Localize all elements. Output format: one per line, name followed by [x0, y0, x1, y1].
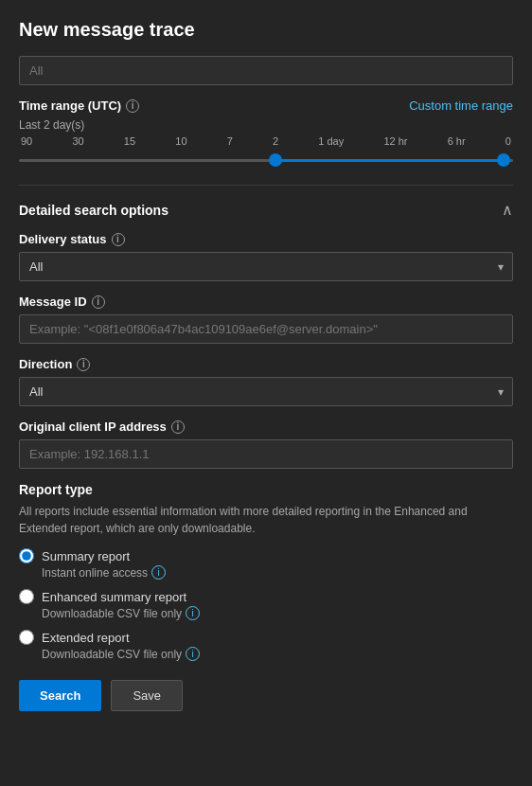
direction-select[interactable]: All Inbound Outbound [19, 377, 513, 406]
radio-item-extended: Extended report Downloadable CSV file on… [19, 630, 513, 661]
direction-info-icon[interactable]: i [77, 358, 90, 371]
direction-label: Direction i [19, 357, 513, 371]
message-id-input[interactable] [19, 314, 513, 344]
radio-summary[interactable] [19, 548, 34, 563]
footer-buttons: Search Save [19, 680, 513, 711]
client-ip-text: Original client IP address [19, 420, 167, 434]
time-range-info-icon[interactable]: i [126, 99, 139, 113]
collapse-icon[interactable]: ∧ [502, 201, 513, 219]
radio-enhanced[interactable] [19, 589, 34, 604]
direction-wrapper: All Inbound Outbound ▾ [19, 377, 513, 406]
radio-summary-sub: Instant online access i [42, 565, 513, 580]
delivery-status-label: Delivery status i [19, 232, 513, 246]
save-button[interactable]: Save [111, 680, 183, 711]
radio-row-enhanced: Enhanced summary report [19, 589, 513, 604]
report-type-desc: All reports include essential informatio… [19, 503, 513, 537]
time-range-slider[interactable] [19, 151, 513, 170]
client-ip-input[interactable] [19, 439, 513, 469]
report-type-title: Report type [19, 482, 513, 497]
delivery-status-text: Delivery status [19, 232, 107, 246]
custom-time-range-link[interactable]: Custom time range [409, 98, 513, 113]
section-title: Detailed search options [19, 203, 168, 218]
message-id-label: Message ID i [19, 295, 513, 309]
slider-fill [275, 159, 503, 162]
delivery-status-group: Delivery status i All Delivered Failed P… [19, 232, 513, 281]
radio-extended-sub: Downloadable CSV file only i [42, 647, 513, 661]
radio-enhanced-sub: Downloadable CSV file only i [42, 606, 513, 620]
slider-ticks: 90 30 15 10 7 2 1 day 12 hr 6 hr 0 [19, 135, 513, 147]
search-all-group [19, 56, 513, 85]
radio-extended[interactable] [19, 630, 34, 645]
search-all-input[interactable] [19, 56, 513, 85]
radio-item-summary: Summary report Instant online access i [19, 548, 513, 580]
panel: New message trace Time range (UTC) i Cus… [0, 0, 532, 786]
client-ip-group: Original client IP address i [19, 420, 513, 469]
delivery-status-wrapper: All Delivered Failed Pending Expanded ▾ [19, 252, 513, 281]
extended-info-icon[interactable]: i [186, 647, 200, 661]
report-type-section: Report type All reports include essentia… [19, 482, 513, 661]
direction-group: Direction i All Inbound Outbound ▾ [19, 357, 513, 406]
slider-thumb-left[interactable] [269, 153, 282, 167]
page-title: New message trace [19, 19, 513, 41]
search-button[interactable]: Search [19, 680, 101, 711]
message-id-info-icon[interactable]: i [92, 295, 105, 309]
radio-group: Summary report Instant online access i E… [19, 548, 513, 661]
time-range-header: Time range (UTC) i Custom time range [19, 98, 513, 113]
time-range-text: Time range (UTC) [19, 98, 121, 113]
delivery-status-select[interactable]: All Delivered Failed Pending Expanded [19, 252, 513, 281]
radio-summary-label: Summary report [42, 549, 130, 563]
enhanced-info-icon[interactable]: i [186, 606, 200, 620]
divider [19, 185, 513, 186]
slider-track [19, 159, 513, 162]
direction-text: Direction [19, 357, 72, 371]
message-id-group: Message ID i [19, 295, 513, 344]
radio-enhanced-label: Enhanced summary report [42, 590, 186, 604]
message-id-text: Message ID [19, 295, 87, 309]
section-header: Detailed search options ∧ [19, 201, 513, 219]
radio-extended-label: Extended report [42, 631, 130, 645]
last-days-label: Last 2 day(s) [19, 118, 513, 132]
delivery-status-info-icon[interactable]: i [112, 233, 125, 246]
detailed-search-section: Detailed search options ∧ Delivery statu… [19, 201, 513, 469]
radio-item-enhanced: Enhanced summary report Downloadable CSV… [19, 589, 513, 620]
client-ip-label: Original client IP address i [19, 420, 513, 434]
summary-info-icon[interactable]: i [151, 565, 166, 580]
time-range-label: Time range (UTC) i [19, 98, 139, 113]
radio-row-extended: Extended report [19, 630, 513, 645]
radio-row-summary: Summary report [19, 548, 513, 563]
client-ip-info-icon[interactable]: i [171, 420, 185, 434]
time-range-group: Time range (UTC) i Custom time range Las… [19, 98, 513, 170]
slider-thumb-right[interactable] [497, 153, 510, 167]
